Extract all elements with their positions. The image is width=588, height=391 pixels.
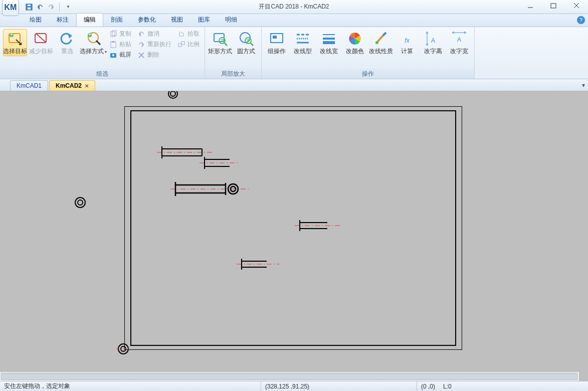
maximize-button[interactable]	[542, 0, 565, 11]
delete-button[interactable]: 删除	[135, 50, 173, 60]
svg-rect-25	[181, 42, 184, 45]
svg-line-32	[250, 43, 253, 46]
doc-tab-1[interactable]: KmCAD1	[10, 80, 48, 91]
svg-text:A: A	[457, 36, 461, 43]
svg-point-44	[375, 41, 378, 44]
char-height-label: 改字高	[424, 48, 442, 55]
group-selection-label: 组选	[0, 69, 205, 79]
status-origin: (0 ,0)	[417, 383, 439, 390]
select-mode-label: 选择方式	[80, 48, 104, 55]
calc-label: 计算	[401, 48, 413, 55]
group-zoom-label: 局部放大	[205, 69, 261, 79]
svg-point-52	[75, 198, 85, 208]
scale-button[interactable]: 比例	[175, 40, 202, 49]
group-ops-label: 操作	[262, 69, 474, 79]
menu-tab-library[interactable]: 图库	[190, 13, 218, 27]
svg-line-28	[224, 43, 227, 46]
reduce-target-button[interactable]: 减少目标	[29, 29, 53, 56]
svg-point-21	[112, 54, 114, 56]
menu-tab-annotate[interactable]: 标注	[49, 13, 76, 27]
app-logo[interactable]: KM	[2, 0, 19, 16]
qat-redo-button[interactable]	[46, 2, 56, 12]
char-height-button[interactable]: A 改字高	[421, 29, 445, 56]
copy-button[interactable]: 复制	[107, 29, 133, 39]
menu-tab-edit[interactable]: 编辑	[76, 13, 103, 27]
line-width-label: 改线宽	[320, 48, 338, 55]
svg-rect-1	[28, 8, 31, 10]
drawing-canvas[interactable]	[0, 91, 588, 381]
paste-button[interactable]: 粘贴	[107, 40, 133, 49]
tabs-dropdown-icon[interactable]: ▾	[582, 82, 585, 89]
calc-button[interactable]: fx 计算	[395, 29, 419, 56]
reselect-button[interactable]: 重选	[55, 29, 79, 56]
menu-tab-strip: 绘图 标注 编辑 剖面 参数化 视图 图库 明细 ?	[0, 14, 588, 27]
doc-tab-2[interactable]: KmCAD2✕	[49, 80, 95, 91]
svg-text:A: A	[431, 37, 435, 44]
pickup-button[interactable]: 拾取	[175, 29, 202, 39]
status-bar: 安住左键拖动，选定对象 (328.125 ,91.25) (0 ,0) L:0	[0, 381, 588, 391]
svg-rect-36	[273, 36, 277, 39]
ribbon-group-zoom: + 矩形方式 + 圆方式 局部放大	[205, 27, 262, 79]
line-prop-label: 改线性质	[369, 48, 393, 55]
close-button[interactable]	[565, 0, 588, 11]
window-controls	[519, 0, 588, 11]
minimize-button[interactable]	[519, 0, 542, 11]
menu-tab-parametric[interactable]: 参数化	[130, 13, 163, 27]
drawing-content	[0, 91, 588, 372]
svg-rect-4	[551, 4, 556, 8]
color-button[interactable]: 改颜色	[343, 29, 367, 56]
svg-line-11	[36, 34, 46, 43]
select-target-button[interactable]: + 选择目标	[3, 29, 27, 56]
char-width-button[interactable]: A 改字宽	[447, 29, 471, 56]
circle-zoom-label: 圆方式	[237, 48, 255, 55]
reduce-target-label: 减少目标	[29, 48, 53, 55]
menu-tab-section[interactable]: 剖面	[103, 13, 130, 27]
qat-undo-button[interactable]	[35, 2, 45, 12]
color-label: 改颜色	[346, 48, 364, 55]
document-tabs: KmCAD1 KmCAD2✕ ▾	[0, 79, 588, 91]
undo-button[interactable]: 撤消	[135, 29, 173, 39]
svg-point-53	[78, 200, 83, 205]
svg-text:+: +	[220, 37, 224, 44]
svg-point-50	[168, 91, 177, 98]
group-op-label: 组操作	[268, 48, 286, 55]
title-bar: KM ▼ 开目CAD 2018 - KmCAD2	[0, 0, 588, 14]
rect-zoom-button[interactable]: + 矩形方式	[208, 29, 232, 56]
screenshot-button[interactable]: 截屏	[107, 50, 133, 60]
rect-zoom-label: 矩形方式	[208, 48, 232, 55]
svg-point-51	[170, 91, 175, 96]
line-prop-button[interactable]: 改线性质	[369, 29, 393, 56]
redo-exec-button[interactable]: 重新执行	[135, 40, 173, 49]
line-type-label: 改线型	[294, 48, 312, 55]
svg-text:fx: fx	[405, 37, 410, 44]
horizontal-scrollbar[interactable]	[0, 372, 579, 381]
svg-text:+: +	[10, 31, 13, 38]
scrollbar-thumb[interactable]	[1, 373, 577, 380]
menu-tab-view[interactable]: 视图	[163, 13, 190, 27]
svg-text:+: +	[246, 37, 250, 44]
status-layer: L:0	[439, 383, 456, 390]
reselect-label: 重选	[61, 48, 73, 55]
circle-zoom-button[interactable]: + 圆方式	[234, 29, 258, 56]
ribbon: + 选择目标 减少目标 重选 + 选择方式▾ 复制 粘贴 截屏 撤消	[0, 27, 588, 79]
qat-save-button[interactable]	[24, 2, 34, 12]
window-title: 开目CAD 2018 - KmCAD2	[0, 3, 588, 11]
select-mode-button[interactable]: + 选择方式▾	[81, 29, 105, 57]
ribbon-group-ops: 组操作 改线型 改线宽 改颜色 改线性质 fx 计算	[262, 27, 475, 79]
menu-tab-detail[interactable]: 明细	[218, 13, 245, 27]
help-icon[interactable]: ?	[577, 16, 585, 24]
line-width-button[interactable]: 改线宽	[317, 29, 341, 56]
svg-line-15	[96, 41, 100, 45]
select-target-label: 选择目标	[3, 48, 27, 55]
menu-tab-draw[interactable]: 绘图	[22, 13, 49, 27]
svg-rect-19	[112, 41, 115, 43]
ribbon-group-selection: + 选择目标 减少目标 重选 + 选择方式▾ 复制 粘贴 截屏 撤消	[0, 27, 205, 79]
group-op-button[interactable]: 组操作	[265, 29, 289, 56]
status-coords: (328.125 ,91.25)	[261, 383, 417, 390]
line-type-button[interactable]: 改线型	[291, 29, 315, 56]
qat-customize-dropdown[interactable]: ▼	[63, 2, 73, 12]
close-tab-icon[interactable]: ✕	[85, 83, 89, 89]
quick-access-toolbar: ▼	[24, 2, 73, 12]
svg-rect-2	[28, 5, 31, 6]
char-width-label: 改字宽	[450, 48, 468, 55]
